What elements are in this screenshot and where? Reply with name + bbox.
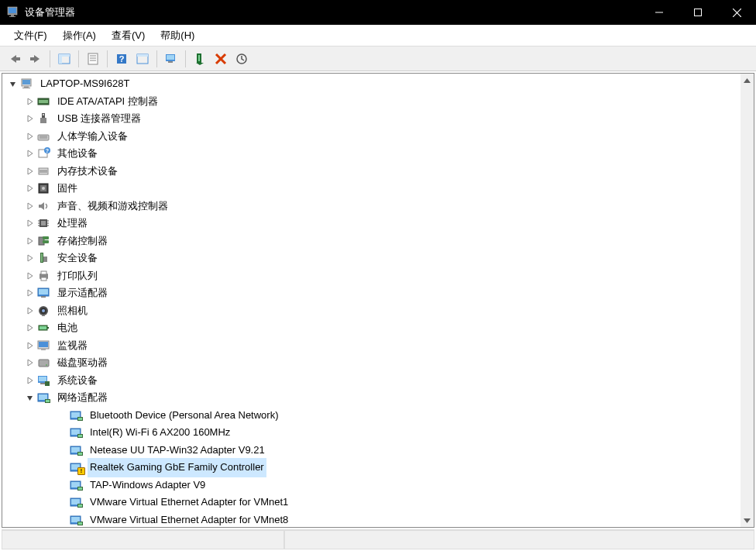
- tree-item[interactable]: 显示适配器: [2, 284, 741, 302]
- expand-icon[interactable]: [24, 165, 36, 177]
- tree-item[interactable]: 内存技术设备: [2, 163, 741, 181]
- tree-item[interactable]: 存储控制器: [2, 232, 741, 250]
- tree-item[interactable]: 网络适配器: [2, 389, 741, 407]
- show-hide-tree-button[interactable]: [54, 49, 74, 69]
- tree-item[interactable]: TAP-Windows Adapter V9: [2, 477, 741, 494]
- tree-item-label: IDE ATA/ATAPI 控制器: [55, 92, 160, 112]
- tree-item[interactable]: Intel(R) Wi-Fi 6 AX200 160MHz: [2, 424, 741, 442]
- svg-rect-61: [41, 253, 43, 262]
- expand-icon[interactable]: [24, 374, 36, 387]
- disable-device-button[interactable]: [211, 49, 231, 69]
- tree-item[interactable]: 人体学输入设备: [2, 128, 741, 146]
- tree-item[interactable]: 处理器: [2, 215, 741, 232]
- tree-item-label: 人体学输入设备: [55, 127, 130, 146]
- security-icon: [36, 251, 52, 265]
- tree-item[interactable]: 磁盘驱动器: [2, 354, 741, 372]
- svg-text:?: ?: [119, 54, 125, 64]
- svg-rect-45: [40, 170, 47, 173]
- disk-icon: [36, 356, 52, 370]
- tree-item[interactable]: 电池: [2, 319, 741, 337]
- menu-action[interactable]: 操作(A): [55, 26, 104, 45]
- other-icon: ?: [36, 146, 52, 160]
- svg-rect-64: [41, 271, 46, 274]
- expand-icon[interactable]: [24, 130, 36, 143]
- expand-icon[interactable]: [24, 356, 36, 369]
- tree-item[interactable]: 安全设备: [2, 250, 741, 267]
- minimize-button[interactable]: [640, 0, 679, 25]
- tree-item[interactable]: Bluetooth Device (Personal Area Network): [2, 407, 741, 425]
- expand-icon[interactable]: [24, 217, 36, 229]
- scan-hardware-button[interactable]: [161, 49, 181, 69]
- expand-icon[interactable]: [24, 339, 36, 352]
- enable-device-button[interactable]: [190, 49, 210, 69]
- expand-icon[interactable]: [24, 147, 36, 160]
- svg-rect-84: [45, 381, 50, 386]
- tree-item-label: 存储控制器: [55, 232, 110, 251]
- tree-item[interactable]: 监视器: [2, 337, 741, 355]
- action-button[interactable]: [132, 49, 153, 69]
- content-area: LAPTOP-MS9I628TIDE ATA/ATAPI 控制器USB 连接器管…: [0, 71, 756, 551]
- svg-rect-68: [41, 296, 46, 298]
- menu-view[interactable]: 查看(V): [104, 26, 153, 45]
- toolbar: ?: [0, 46, 756, 71]
- update-driver-button[interactable]: [232, 49, 252, 69]
- svg-rect-37: [43, 114, 44, 115]
- properties-button[interactable]: [83, 49, 103, 69]
- tree-item[interactable]: !Realtek Gaming GbE Family Controller: [2, 459, 741, 477]
- tree-item-label: LAPTOP-MS9I628T: [38, 74, 132, 94]
- expand-icon[interactable]: [24, 305, 36, 317]
- tree-item[interactable]: 照相机: [2, 302, 741, 320]
- menu-help[interactable]: 帮助(H): [153, 26, 202, 45]
- svg-rect-92: [78, 418, 82, 420]
- svg-rect-25: [198, 55, 200, 61]
- tree-item[interactable]: 声音、视频和游戏控制器: [2, 198, 741, 215]
- tree-item[interactable]: Netease UU TAP-Win32 Adapter V9.21: [2, 442, 741, 460]
- expand-icon[interactable]: [24, 95, 36, 108]
- expand-icon[interactable]: [24, 182, 36, 195]
- tree-item[interactable]: LAPTOP-MS9I628T: [2, 75, 741, 93]
- expand-icon[interactable]: [24, 270, 36, 282]
- no-expand-icon: [57, 444, 69, 456]
- tree-item[interactable]: 固件: [2, 180, 741, 198]
- scroll-down-arrow[interactable]: [741, 514, 754, 527]
- expand-icon[interactable]: [24, 322, 36, 334]
- toolbar-separator: [185, 50, 186, 67]
- tree-item[interactable]: 系统设备: [2, 372, 741, 390]
- tree-item[interactable]: VMware Virtual Ethernet Adapter for VMne…: [2, 494, 741, 511]
- collapse-icon[interactable]: [24, 391, 36, 404]
- tree-item-label: VMware Virtual Ethernet Adapter for VMne…: [88, 493, 290, 512]
- window-title: 设备管理器: [25, 5, 640, 19]
- forward-button[interactable]: [26, 49, 46, 69]
- scroll-up-arrow[interactable]: [741, 74, 754, 87]
- expand-icon[interactable]: [24, 235, 36, 247]
- expand-icon[interactable]: [24, 200, 36, 212]
- expand-icon[interactable]: [24, 112, 36, 125]
- tree-item[interactable]: ?其他设备: [2, 145, 741, 163]
- maximize-button[interactable]: [679, 0, 717, 25]
- storage-icon: [36, 234, 52, 248]
- tree-item[interactable]: IDE ATA/ATAPI 控制器: [2, 93, 741, 111]
- collapse-icon[interactable]: [7, 77, 19, 90]
- expand-icon[interactable]: [24, 287, 36, 299]
- svg-rect-23: [168, 61, 173, 63]
- vertical-scrollbar[interactable]: [741, 74, 754, 527]
- menu-file[interactable]: 文件(F): [6, 26, 55, 45]
- svg-rect-83: [40, 383, 45, 384]
- memory-icon: [36, 164, 52, 178]
- netadapter-icon: [69, 478, 84, 492]
- tree-item[interactable]: VMware Virtual Ethernet Adapter for VMne…: [2, 511, 741, 528]
- device-tree[interactable]: LAPTOP-MS9I628TIDE ATA/ATAPI 控制器USB 连接器管…: [2, 74, 741, 527]
- svg-rect-22: [167, 55, 174, 60]
- tree-item[interactable]: USB 连接器管理器: [2, 110, 741, 128]
- back-button[interactable]: [5, 49, 25, 69]
- no-expand-icon: [57, 479, 69, 491]
- tree-item[interactable]: 打印队列: [2, 267, 741, 285]
- help-button[interactable]: ?: [112, 49, 132, 69]
- expand-icon[interactable]: [24, 252, 36, 264]
- close-button[interactable]: [717, 0, 756, 25]
- hid-icon: [36, 129, 52, 143]
- no-expand-icon: [57, 496, 69, 508]
- no-expand-icon: [57, 461, 69, 474]
- system-icon: [36, 374, 52, 387]
- tree-item-label: 其他设备: [55, 144, 100, 164]
